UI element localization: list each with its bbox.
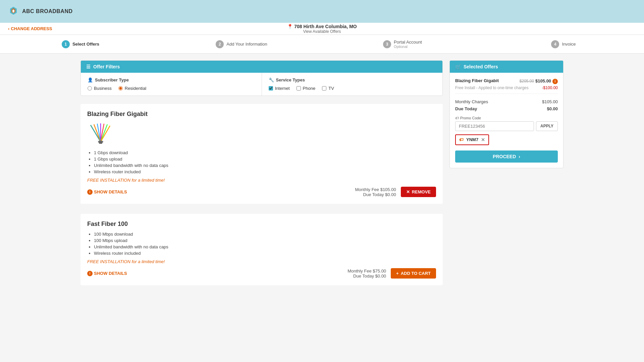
monthly-charges-value: $105.00 [542,99,558,104]
step-1-label: Select Offers [72,42,99,47]
checkbox-tv-input[interactable] [322,86,326,90]
show-details-1[interactable]: i SHOW DETAILS [87,271,127,276]
radio-business-label: Business [94,86,112,91]
service-type-options: Internet Phone TV [269,86,436,91]
feature-item: Unlimited bandwidth with no data caps [94,244,436,249]
step-3-number: 3 [383,40,391,48]
brand-name: ABC BROADBAND [22,8,73,14]
product-card-0: Blazing Fiber Gigabit 1 Gbps download 1 … [80,104,443,204]
info-icon-0: i [87,189,93,195]
logo-icon [8,6,19,17]
service-types-title: 🔧 Service Types [269,77,436,82]
promo-section: 🏷 Promo Code APPLY 🏷 YNM7 ✕ [455,116,558,145]
filter-title: Offer Filters [93,64,120,69]
step-4-label: Invoice [562,42,576,47]
plus-icon-1: + [396,271,399,276]
back-arrow-icon: ‹ [8,26,9,31]
chevron-right-icon: › [519,154,520,159]
subscriber-type-options: Business Residential [88,86,255,91]
apply-button[interactable]: APPLY [536,121,558,131]
service-types-section: 🔧 Service Types Internet Phone [262,73,443,96]
offer-0-discount-label: Free Install - Applied to one-time charg… [455,85,529,90]
step-2-label: Add Your Information [226,42,267,47]
main-content: ☰ Offer Filters 👤 Subscriber Type Busine… [54,54,590,302]
svg-line-8 [101,124,107,142]
feature-item: 1 Gbps upload [94,157,436,162]
add-to-cart-button-1[interactable]: + ADD TO CART [391,268,436,279]
step-1: 1 Select Offers [0,40,161,48]
active-promo-tag: 🏷 YNM7 ✕ [455,134,489,145]
filter-icon: ☰ [86,64,91,69]
checkbox-internet-input[interactable] [269,86,273,90]
feature-item: Wireless router included [94,169,436,174]
selected-offers-box: 🛒 Selected Offers Blazing Fiber Gigabit … [449,60,564,168]
show-details-0[interactable]: i SHOW DETAILS [87,189,127,195]
checkbox-tv[interactable]: TV [322,86,334,91]
radio-business[interactable]: Business [88,86,112,91]
show-details-1-label: SHOW DETAILS [94,271,127,276]
show-details-0-label: SHOW DETAILS [94,189,127,194]
remove-button-0[interactable]: ✕ REMOVE [401,187,436,197]
step-4: 4 Invoice [483,40,644,48]
proceed-button[interactable]: PROCEED › [455,150,558,163]
checkbox-phone-input[interactable] [297,86,301,90]
selected-offers-header: 🛒 Selected Offers [450,61,563,73]
checkbox-phone[interactable]: Phone [297,86,316,91]
right-panel: 🛒 Selected Offers Blazing Fiber Gigabit … [449,60,564,295]
info-icon-1: i [87,271,93,276]
product-0-image [87,122,114,145]
steps-bar: 1 Select Offers 2 Add Your Information 3… [0,35,644,54]
due-today-value: $0.00 [547,106,558,111]
product-0-name: Blazing Fiber Gigabit [87,111,436,118]
offer-0-current-price: $105.00 [535,78,551,83]
radio-residential[interactable]: Residential [118,86,146,91]
product-1-footer: i SHOW DETAILS Monthly Fee $75.00 Due To… [87,268,436,279]
product-1-price: Monthly Fee $75.00 Due Today $0.00 [347,268,386,279]
offer-0-price-row: $205.00 $105.00 i [520,78,558,84]
radio-residential-input[interactable] [118,86,123,90]
radio-residential-label: Residential [125,86,146,91]
step-2: 2 Add Your Information [161,40,322,48]
promo-input-row: APPLY [455,121,558,131]
step-3-label: Portal Account [394,40,422,45]
product-0-footer: i SHOW DETAILS Monthly Fee $105.00 Due T… [87,187,436,197]
tag-icon: 🏷 [455,116,459,120]
offer-0-name: Blazing Fiber Gigabit [455,78,499,83]
product-card-1: Fast Fiber 100 100 Mbps download 100 Mbp… [80,214,443,285]
product-1-features: 100 Mbps download 100 Mbps upload Unlimi… [87,232,436,256]
proceed-label: PROCEED [493,154,516,159]
svg-marker-2 [12,9,14,13]
promo-code-input[interactable] [455,121,534,131]
subscriber-type-title: 👤 Subscriber Type [88,77,255,82]
product-0-promo: FREE INSTALLATION for a limited time! [87,178,436,183]
checkbox-tv-label: TV [328,86,334,91]
address-center: 📍 708 Hirth Ave Columbia, MO View Availa… [287,24,357,34]
due-today-0: Due Today $0.00 [355,192,396,197]
product-1-name: Fast Fiber 100 [87,221,436,228]
due-today-1: Due Today $0.00 [347,274,386,279]
offer-0-discount-amount: -$100.00 [542,85,558,90]
filter-header: ☰ Offer Filters [81,61,442,73]
remove-label-0: REMOVE [412,189,431,194]
apply-label: APPLY [540,124,553,128]
monthly-charges-row: Monthly Charges $105.00 [455,99,558,104]
offer-filters: ☰ Offer Filters 👤 Subscriber Type Busine… [80,60,443,96]
checkbox-internet[interactable]: Internet [269,86,290,91]
offer-0-info-icon: i [552,79,558,84]
monthly-fee-1: Monthly Fee $75.00 [347,268,386,274]
promo-code-label: 🏷 Promo Code [455,116,558,120]
cart-icon: 🛒 [455,64,461,69]
product-0-price: Monthly Fee $105.00 Due Today $0.00 [355,187,396,197]
step-4-number: 4 [551,40,559,48]
subscriber-type-section: 👤 Subscriber Type Business Residential [81,73,262,96]
change-address-link[interactable]: ‹ CHANGE ADDRESS [8,26,52,31]
radio-business-input[interactable] [88,86,92,90]
feature-item: Wireless router included [94,251,436,256]
address-main: 📍 708 Hirth Ave Columbia, MO [287,24,357,29]
x-icon-0: ✕ [406,189,410,194]
remove-promo-button[interactable]: ✕ [481,137,485,142]
active-promo-code: YNM7 [466,137,478,142]
checkbox-internet-label: Internet [275,86,290,91]
due-today-row: Due Today $0.00 [455,106,558,111]
add-to-cart-label-1: ADD TO CART [401,271,431,276]
